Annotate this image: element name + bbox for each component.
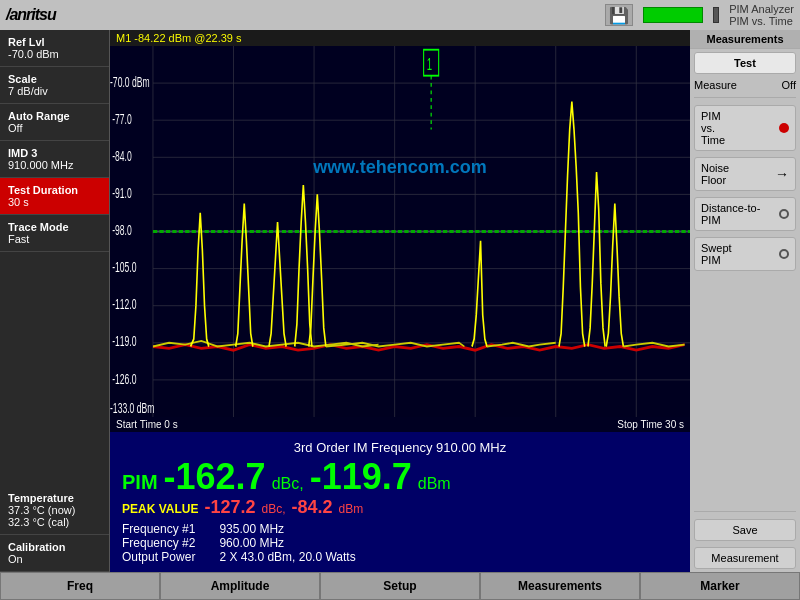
temperature-value: 37.3 °C (now) bbox=[8, 504, 101, 516]
auto-range-value: Off bbox=[8, 122, 101, 134]
trace-mode-value: Fast bbox=[8, 233, 101, 245]
trace-mode-label: Trace Mode bbox=[8, 221, 101, 233]
scale-item[interactable]: Scale 7 dB/div bbox=[0, 67, 109, 104]
pim-vs-time-label1: PIM bbox=[701, 110, 775, 122]
peak-label: PEAK VALUE bbox=[122, 502, 198, 516]
measurements-title: Measurements bbox=[690, 30, 800, 49]
distance-circle bbox=[779, 209, 789, 219]
swept-label1: Swept bbox=[701, 242, 775, 254]
pim-vs-time-button[interactable]: PIM vs. Time bbox=[694, 105, 796, 151]
right-divider-1 bbox=[694, 97, 796, 98]
svg-text:1: 1 bbox=[427, 55, 432, 73]
freq1-value: 935.00 MHz bbox=[219, 522, 284, 536]
swept-circle bbox=[779, 249, 789, 259]
freq2-value: 960.00 MHz bbox=[219, 536, 284, 550]
calibration-item: Calibration On bbox=[0, 535, 109, 572]
test-duration-item[interactable]: Test Duration 30 s bbox=[0, 178, 109, 215]
pim-label: PIM bbox=[122, 471, 158, 494]
svg-text:-105.0: -105.0 bbox=[112, 259, 137, 276]
test-button[interactable]: Test bbox=[694, 52, 796, 74]
measure-value: Off bbox=[782, 79, 796, 91]
measurement-button[interactable]: Measurement bbox=[694, 547, 796, 569]
calibration-value: On bbox=[8, 553, 101, 565]
nav-measurements[interactable]: Measurements bbox=[480, 572, 640, 600]
freq1-label: Frequency #1 bbox=[122, 522, 195, 536]
detail-row-power: Output Power 2 X 43.0 dBm, 20.0 Watts bbox=[122, 550, 678, 564]
detail-row-freq1: Frequency #1 935.00 MHz bbox=[122, 522, 678, 536]
status-bar bbox=[713, 7, 719, 23]
nav-freq[interactable]: Freq bbox=[0, 572, 160, 600]
ref-lvl-value: -70.0 dBm bbox=[8, 48, 101, 60]
imd3-item[interactable]: IMD 3 910.000 MHz bbox=[0, 141, 109, 178]
chart-time-row: Start Time 0 s Stop Time 30 s bbox=[110, 417, 690, 432]
peak-row: PEAK VALUE -127.2 dBc, -84.2 dBm bbox=[122, 497, 678, 518]
center-area: M1 -84.22 dBm @22.39 s bbox=[110, 30, 690, 572]
auto-range-item[interactable]: Auto Range Off bbox=[0, 104, 109, 141]
test-duration-label: Test Duration bbox=[8, 184, 101, 196]
noise-floor-button[interactable]: Noise Floor → bbox=[694, 157, 796, 191]
chart-marker: M1 -84.22 dBm @22.39 s bbox=[116, 32, 242, 44]
mode-label: PIM vs. Time bbox=[729, 15, 793, 27]
noise-label: Noise bbox=[701, 162, 771, 174]
distance-label1: Distance-to- bbox=[701, 202, 775, 214]
chart-header: M1 -84.22 dBm @22.39 s bbox=[110, 30, 690, 46]
peak-value2: -84.2 bbox=[292, 497, 333, 518]
nav-marker[interactable]: Marker bbox=[640, 572, 800, 600]
save-button[interactable]: Save bbox=[694, 519, 796, 541]
measure-row: Measure Off bbox=[694, 79, 796, 91]
nav-amplitude[interactable]: Amplitude bbox=[160, 572, 320, 600]
peak-unit1: dBc, bbox=[262, 502, 286, 516]
right-divider-2 bbox=[694, 511, 796, 512]
pim-unit1: dBc, bbox=[272, 475, 304, 493]
svg-text:-112.0: -112.0 bbox=[112, 296, 137, 313]
swept-label2: PIM bbox=[701, 254, 775, 266]
svg-text:-77.0: -77.0 bbox=[112, 110, 132, 127]
svg-text:-70.0 dBm: -70.0 dBm bbox=[110, 73, 150, 90]
svg-text:-91.0: -91.0 bbox=[112, 185, 132, 202]
measure-label: Measure bbox=[694, 79, 737, 91]
svg-text:-84.0: -84.0 bbox=[112, 148, 132, 165]
pim-vs-time-label3: Time bbox=[701, 134, 775, 146]
pim-value1: -162.7 bbox=[164, 459, 266, 495]
temperature-label: Temperature bbox=[8, 492, 101, 504]
top-bar-right: PIM Analyzer PIM vs. Time bbox=[729, 3, 794, 27]
info-title: 3rd Order IM Frequency 910.00 MHz bbox=[122, 440, 678, 455]
top-bar: /anritsu 💾 PIM Analyzer PIM vs. Time bbox=[0, 0, 800, 30]
auto-range-label: Auto Range bbox=[8, 110, 101, 122]
power-value: 2 X 43.0 dBm, 20.0 Watts bbox=[219, 550, 355, 564]
save-icon[interactable]: 💾 bbox=[605, 4, 633, 26]
info-panel: 3rd Order IM Frequency 910.00 MHz PIM -1… bbox=[110, 432, 690, 572]
scale-label: Scale bbox=[8, 73, 101, 85]
analyzer-label: PIM Analyzer bbox=[729, 3, 794, 15]
peak-unit2: dBm bbox=[339, 502, 364, 516]
svg-text:-98.0: -98.0 bbox=[112, 222, 132, 239]
right-panel: Measurements Test Measure Off PIM vs. Ti… bbox=[690, 30, 800, 572]
distance-to-pim-button[interactable]: Distance-to- PIM bbox=[694, 197, 796, 231]
chart-area: -70.0 dBm -77.0 -84.0 -91.0 -98.0 -105.0… bbox=[110, 46, 690, 417]
swept-pim-button[interactable]: Swept PIM bbox=[694, 237, 796, 271]
left-panel: Ref Lvl -70.0 dBm Scale 7 dB/div Auto Ra… bbox=[0, 30, 110, 572]
temperature-item: Temperature 37.3 °C (now) 32.3 °C (cal) bbox=[0, 486, 109, 535]
trace-mode-item[interactable]: Trace Mode Fast bbox=[0, 215, 109, 252]
brand-logo: /anritsu bbox=[6, 6, 56, 24]
ref-lvl-label: Ref Lvl bbox=[8, 36, 101, 48]
floor-label: Floor bbox=[701, 174, 771, 186]
status-indicator bbox=[643, 7, 703, 23]
freq2-label: Frequency #2 bbox=[122, 536, 195, 550]
test-duration-value: 30 s bbox=[8, 196, 101, 208]
scale-value: 7 dB/div bbox=[8, 85, 101, 97]
pim-vs-time-indicator bbox=[779, 123, 789, 133]
main-container: /anritsu 💾 PIM Analyzer PIM vs. Time Ref… bbox=[0, 0, 800, 600]
pim-unit2: dBm bbox=[418, 475, 451, 493]
nav-setup[interactable]: Setup bbox=[320, 572, 480, 600]
ref-lvl-item[interactable]: Ref Lvl -70.0 dBm bbox=[0, 30, 109, 67]
peak-value1: -127.2 bbox=[204, 497, 255, 518]
calibration-label: Calibration bbox=[8, 541, 101, 553]
imd3-value: 910.000 MHz bbox=[8, 159, 101, 171]
start-time: Start Time 0 s bbox=[116, 419, 178, 430]
power-label: Output Power bbox=[122, 550, 195, 564]
pim-value2: -119.7 bbox=[310, 459, 412, 495]
svg-text:-133.0 dBm: -133.0 dBm bbox=[110, 400, 154, 417]
content-area: Ref Lvl -70.0 dBm Scale 7 dB/div Auto Ra… bbox=[0, 30, 800, 572]
pim-vs-time-label2: vs. bbox=[701, 122, 775, 134]
